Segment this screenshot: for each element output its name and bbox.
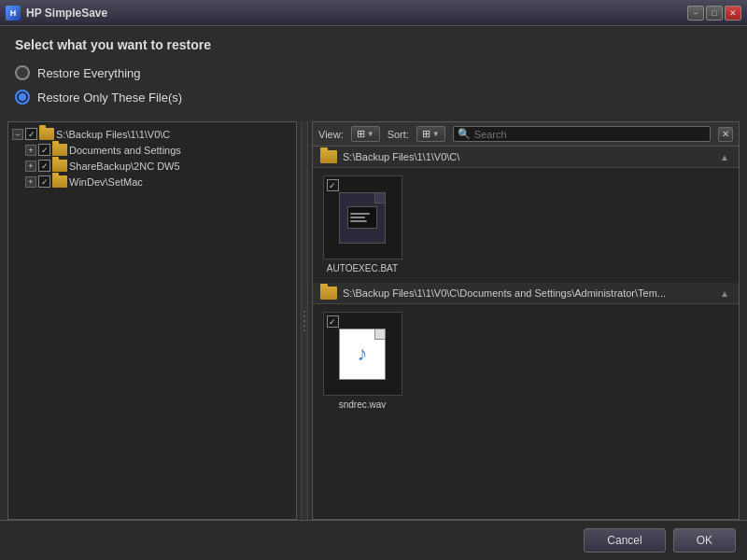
restore-everything-radio[interactable] [15,65,30,80]
file-name-autoexec: AUTOEXEC.BAT [327,263,398,273]
file-thumbnail-autoexec [323,175,402,259]
ok-button[interactable]: OK [673,528,736,553]
file-item-sndrec[interactable]: ♪ sndrec.wav [320,312,404,410]
expand-icon-documents[interactable]: + [25,145,36,156]
dialog-content: Select what you want to restore Restore … [0,26,747,560]
tree-label-windev: WinDev\SetMac [69,176,143,188]
wav-note-icon: ♪ [358,343,368,364]
tree-label-root: S:\Backup Files\1\1\V0\C [56,129,170,140]
collapse-button-root[interactable]: ▲ [718,152,731,162]
file-grid-root: AUTOEXEC.BAT [313,168,739,281]
tree-children: + Documents and Settings + ShareBackup\2… [25,142,292,189]
minimize-button[interactable]: − [687,6,704,21]
tree-checkbox-windev[interactable] [38,175,50,188]
view-toolbar: View: ⊞ ▼ Sort: ⊞ ▼ 🔍 ✕ [313,122,739,147]
resize-handle[interactable] [301,121,308,520]
folder-header-icon-documents [320,287,337,300]
expand-icon-windev[interactable]: + [25,176,36,188]
search-icon: 🔍 [458,128,471,140]
title-buttons: − □ ✕ [687,6,741,21]
search-box[interactable]: 🔍 [453,126,711,142]
file-grid-documents: ♪ sndrec.wav [313,304,739,417]
view-label: View: [318,129,344,140]
app-icon: H [6,6,21,21]
close-button[interactable]: ✕ [725,6,741,21]
header-area: Select what you want to restore Restore … [0,26,747,121]
search-input[interactable] [474,129,706,140]
folder-icon-windev [52,175,67,188]
file-thumbnail-sndrec: ♪ [323,312,402,396]
wav-file-icon: ♪ [339,329,386,380]
tree-checkbox-documents[interactable] [38,144,50,156]
tree-label-sharebackup: ShareBackup\2NC DW5 [69,161,180,172]
tree-item-sharebackup[interactable]: + ShareBackup\2NC DW5 [25,158,292,174]
file-checkbox-sndrec[interactable] [327,315,339,328]
tree-checkbox-root[interactable] [25,128,37,140]
bottom-bar: Cancel OK [0,520,747,560]
restore-everything-option[interactable]: Restore Everything [15,65,732,80]
title-bar: H HP SimpleSave − □ ✕ [0,0,747,26]
view-dropdown-arrow: ▼ [367,130,374,138]
dialog-title: Select what you want to restore [15,37,732,52]
folder-icon-root [39,128,54,140]
resize-dots [303,311,305,331]
main-panel: − S:\Backup Files\1\1\V0\C + Documents a… [7,121,740,520]
restore-everything-label: Restore Everything [37,66,141,80]
file-checkbox-autoexec[interactable] [327,179,339,191]
tree-panel[interactable]: − S:\Backup Files\1\1\V0\C + Documents a… [7,121,297,520]
folder-icon-sharebackup [52,160,67,172]
tree-item-documents[interactable]: + Documents and Settings [25,142,292,158]
sort-label: Sort: [388,129,409,140]
view-panel: View: ⊞ ▼ Sort: ⊞ ▼ 🔍 ✕ [312,121,740,520]
folder-header-documents: S:\Backup Files\1\1\V0\C\Documents and S… [313,283,739,304]
content-area[interactable]: S:\Backup Files\1\1\V0\C\ ▲ [313,147,739,519]
tree-label-documents: Documents and Settings [69,145,181,156]
sort-icon: ⊞ [422,128,430,140]
restore-these-files-label: Restore Only These File(s) [37,91,182,105]
folder-path-documents: S:\Backup Files\1\1\V0\C\Documents and S… [343,287,712,299]
window-title: HP SimpleSave [26,7,107,20]
folder-section-documents: S:\Backup Files\1\1\V0\C\Documents and S… [313,283,739,417]
collapse-button-documents[interactable]: ▲ [718,288,731,299]
grid-icon: ⊞ [357,128,365,140]
cancel-button[interactable]: Cancel [584,528,665,553]
tree-checkbox-sharebackup[interactable] [38,160,50,172]
bat-file-icon [339,192,386,244]
file-name-sndrec: sndrec.wav [339,399,387,410]
expand-icon-sharebackup[interactable]: + [25,161,36,172]
sort-mode-button[interactable]: ⊞ ▼ [416,126,445,142]
window-title-area: H HP SimpleSave [6,6,107,21]
bat-screen [347,206,377,229]
view-mode-button[interactable]: ⊞ ▼ [351,126,380,142]
folder-header-icon-root [320,150,337,163]
search-clear-button[interactable]: ✕ [718,127,733,142]
tree-item-windev[interactable]: + WinDev\SetMac [25,174,292,189]
folder-header-root: S:\Backup Files\1\1\V0\C\ ▲ [313,147,739,168]
sort-dropdown-arrow: ▼ [432,130,440,138]
expand-icon-root[interactable]: − [12,129,23,140]
maximize-button[interactable]: □ [706,6,723,21]
restore-these-files-option[interactable]: Restore Only These File(s) [15,90,732,105]
folder-icon-documents [52,144,67,156]
file-item-autoexec[interactable]: AUTOEXEC.BAT [320,175,404,273]
tree-item-root[interactable]: − S:\Backup Files\1\1\V0\C [12,126,292,142]
folder-path-root: S:\Backup Files\1\1\V0\C\ [343,151,712,162]
restore-these-files-radio[interactable] [15,90,30,105]
folder-section-root: S:\Backup Files\1\1\V0\C\ ▲ [313,147,739,281]
